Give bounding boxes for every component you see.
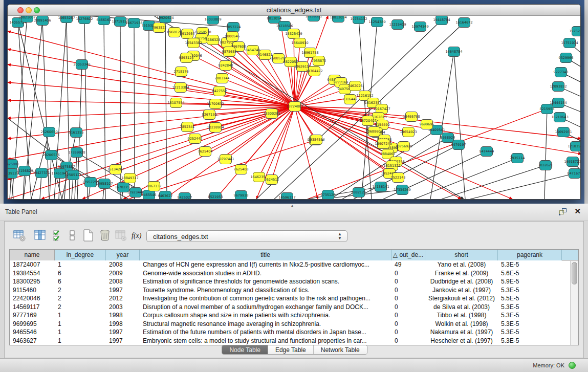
network-node[interactable]: 7032621: [538, 161, 553, 170]
memory-ok-indicator[interactable]: [569, 362, 576, 369]
network-node[interactable]: 18640910: [291, 38, 308, 48]
network-node[interactable]: 17359928: [68, 148, 85, 158]
create-column-icon[interactable]: [81, 229, 95, 242]
network-node[interactable]: 8427552: [212, 86, 227, 96]
table-row[interactable]: 977716911998Corpus callosum shape and si…: [10, 311, 578, 320]
network-node[interactable]: 10653287: [58, 16, 75, 23]
network-node[interactable]: 8267130: [202, 110, 217, 120]
float-panel-icon[interactable]: [558, 208, 568, 216]
network-node[interactable]: 7462026: [348, 81, 363, 91]
network-node[interactable]: 7963822: [152, 23, 167, 33]
delete-column-icon[interactable]: [98, 229, 112, 242]
network-node[interactable]: 9242848: [219, 61, 233, 71]
table-scrollbar[interactable]: [570, 261, 578, 345]
network-node[interactable]: 9735126: [321, 190, 336, 200]
hub-network-node[interactable]: 18724007: [286, 102, 303, 112]
network-node[interactable]: 9679938: [234, 191, 249, 200]
network-node[interactable]: 8471676: [568, 169, 580, 179]
network-node[interactable]: 10238914: [207, 123, 224, 133]
function-builder-icon[interactable]: f(x): [132, 231, 145, 244]
network-node[interactable]: 18300295: [263, 109, 280, 119]
network-node[interactable]: 10797441: [217, 155, 234, 164]
network-canvas[interactable]: 1405572420021007208914061065328715276602…: [8, 16, 580, 199]
network-node[interactable]: 2522143: [391, 173, 406, 183]
table-scrollbar-thumb[interactable]: [572, 262, 577, 285]
network-node[interactable]: 12103594: [568, 142, 580, 151]
network-node[interactable]: 16164672: [455, 18, 472, 28]
network-node[interactable]: 12215419: [389, 20, 406, 30]
network-node[interactable]: 15276602: [76, 16, 93, 24]
network-node[interactable]: 9252442: [188, 134, 203, 144]
column-header-in_degree[interactable]: in_degree: [55, 250, 106, 260]
network-node[interactable]: 9893124: [179, 53, 194, 63]
network-node[interactable]: 19920624: [157, 16, 173, 23]
network-node[interactable]: 19384554: [308, 135, 324, 145]
network-node[interactable]: 9699695: [420, 120, 434, 129]
network-node[interactable]: 19752103: [569, 27, 580, 36]
network-node[interactable]: 11700632: [207, 99, 224, 109]
row-height-icon[interactable]: [66, 229, 79, 242]
network-node[interactable]: 2718176: [174, 67, 189, 77]
network-node[interactable]: 16033809: [204, 16, 221, 25]
table-row[interactable]: 1456911722003Disruption of a novel membe…: [10, 303, 578, 312]
control-panel-collapse-arrow[interactable]: ◂: [4, 173, 6, 178]
network-node[interactable]: 8215953: [540, 104, 555, 114]
network-node[interactable]: 15692931: [555, 127, 572, 137]
network-node[interactable]: 20891406: [34, 16, 51, 26]
tab-edge-table[interactable]: Edge Table: [268, 345, 314, 354]
network-node[interactable]: 9875685: [222, 47, 237, 57]
network-graph[interactable]: 1405572420021007208914061065328715276602…: [8, 16, 580, 199]
column-header-pagerank[interactable]: pagerank: [498, 250, 562, 260]
network-node[interactable]: 6466161: [97, 16, 112, 25]
network-node[interactable]: 9463627: [158, 191, 173, 200]
network-node[interactable]: 7852341: [180, 122, 195, 132]
table-row[interactable]: 969969511998Structural magnetic resonanc…: [10, 320, 578, 329]
network-node[interactable]: 17334269: [394, 185, 410, 195]
network-node[interactable]: 9227343: [554, 68, 569, 77]
show-columns-icon[interactable]: [33, 229, 47, 242]
network-node[interactable]: 16543382: [185, 38, 202, 48]
network-node[interactable]: 14958107: [96, 179, 113, 189]
table-row[interactable]: 1830029562008Estimation of significance …: [10, 277, 578, 286]
network-node[interactable]: 18495798: [403, 112, 420, 122]
network-node[interactable]: 9329966: [559, 53, 574, 63]
network-node[interactable]: 10974349: [411, 22, 428, 32]
network-node[interactable]: 16210643: [551, 113, 568, 122]
network-node[interactable]: 9474444: [480, 147, 494, 157]
network-node[interactable]: 15134267: [107, 165, 124, 174]
network-node[interactable]: 9425027: [178, 193, 192, 200]
network-node[interactable]: 12213384: [172, 83, 189, 93]
network-node[interactable]: 12156829: [16, 166, 33, 176]
network-node[interactable]: 16720407: [359, 116, 376, 126]
network-node[interactable]: 9425081: [8, 160, 19, 169]
table-row[interactable]: 946362711997Embryonic stem cells: a mode…: [10, 337, 578, 345]
tab-node-table[interactable]: Node Table: [222, 345, 268, 354]
network-node[interactable]: 7625408: [234, 165, 249, 174]
network-node[interactable]: 8912954: [180, 29, 195, 39]
network-node[interactable]: 13427371: [33, 168, 50, 178]
column-header-out_de[interactable]: △ out_de...: [391, 250, 425, 260]
network-node[interactable]: 10688609: [365, 127, 382, 137]
table-row[interactable]: 946554611997Estimation of the future num…: [10, 328, 578, 337]
close-panel-icon[interactable]: ✕: [574, 207, 581, 216]
table-selector-dropdown[interactable]: citations_edges.txt ▲▼: [146, 230, 347, 242]
network-node[interactable]: 12505123: [64, 170, 81, 180]
table-row[interactable]: 1872400712008Changes of HCN gene express…: [10, 260, 578, 269]
network-node[interactable]: 8521953: [208, 192, 223, 200]
network-node[interactable]: 18907243: [375, 139, 391, 149]
network-node[interactable]: 2803144: [215, 74, 230, 83]
network-node[interactable]: 19654923: [400, 127, 417, 137]
network-node[interactable]: 7625404: [198, 147, 213, 157]
network-node[interactable]: 8186328: [206, 35, 221, 45]
column-header-title[interactable]: title: [140, 250, 391, 260]
network-node[interactable]: 2935114: [510, 154, 525, 163]
network-node[interactable]: 15325419: [285, 29, 302, 39]
table-row[interactable]: 911546021997Tourette syndrome. Phenomeno…: [10, 286, 578, 295]
network-node[interactable]: 25260650: [40, 127, 57, 137]
column-header-year[interactable]: year: [106, 250, 140, 260]
network-node[interactable]: 2316442: [343, 95, 358, 104]
network-node[interactable]: 16918723: [564, 157, 580, 167]
network-node[interactable]: 15751074: [561, 38, 578, 48]
network-node[interactable]: 9800546: [225, 32, 240, 41]
network-node[interactable]: 20053346: [73, 60, 90, 70]
